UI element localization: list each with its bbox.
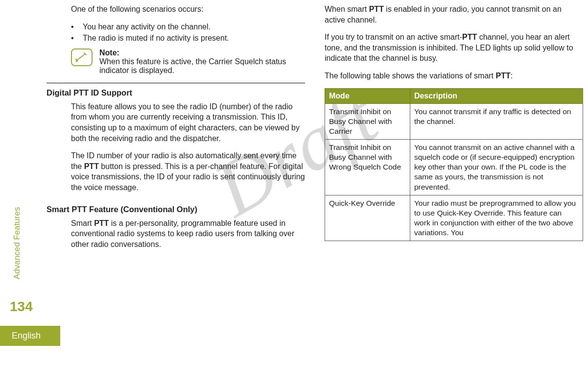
digital-ptt-heading: Digital PTT ID Support xyxy=(47,83,305,98)
bullet-item: • The radio is muted if no activity is p… xyxy=(71,33,305,44)
table-row: Transmit Inhibit on Busy Channel with Wr… xyxy=(325,139,583,195)
smart-ptt-heading: Smart PTT Feature (Conventional Only) xyxy=(47,200,305,214)
bullet-marker: • xyxy=(71,33,76,44)
table-header-description: Description xyxy=(410,88,583,103)
digital-ptt-paragraph-1: This feature allows you to see the radio… xyxy=(71,101,305,144)
ptt-bold: PTT xyxy=(94,219,109,227)
right-paragraph-1: When smart PTT is enabled in your radio,… xyxy=(325,4,583,25)
table-cell-desc: You cannot transmit on an active channel… xyxy=(410,139,583,195)
section-label: Advanced Features xyxy=(12,207,22,279)
table-header-mode: Mode xyxy=(325,88,410,103)
left-column: One of the following scenarios occurs: •… xyxy=(47,0,305,256)
table-cell-desc: Your radio must be preprogrammed to allo… xyxy=(410,195,583,241)
page-content: One of the following scenarios occurs: •… xyxy=(47,0,583,256)
digital-ptt-paragraph-2: The ID number of your radio is also auto… xyxy=(71,150,305,193)
smart-ptt-paragraph: Smart PTT is a per-personality, programm… xyxy=(71,218,305,250)
smart-ptt-table: Mode Description Transmit Inhibit on Bus… xyxy=(325,88,583,242)
text-fragment: The following table shows the variations… xyxy=(325,72,496,80)
language-badge: English xyxy=(0,326,60,346)
bullet-item: • You hear any activity on the channel. xyxy=(71,22,305,32)
table-cell-mode: Transmit Inhibit on Busy Channel with Wr… xyxy=(325,139,410,195)
note-icon xyxy=(71,49,93,66)
text-fragment: Smart xyxy=(71,219,94,227)
bullet-text: You hear any activity on the channel. xyxy=(83,22,211,32)
bullet-marker: • xyxy=(71,22,76,32)
table-row: Quick-Key Override Your radio must be pr… xyxy=(325,195,583,241)
text-fragment: When smart xyxy=(325,5,369,13)
table-cell-desc: You cannot transmit if any traffic is de… xyxy=(410,103,583,139)
right-column: When smart PTT is enabled in your radio,… xyxy=(325,0,583,256)
right-paragraph-2: If you try to transmit on an active smar… xyxy=(325,32,583,64)
ptt-bold: PTT xyxy=(462,33,477,41)
text-fragment: : xyxy=(511,72,513,80)
table-row: Transmit Inhibit on Busy Channel with Ca… xyxy=(325,103,583,139)
ptt-bold: PTT xyxy=(496,72,511,80)
note-callout: Note: When this feature is active, the C… xyxy=(71,49,305,75)
note-label: Note: xyxy=(99,49,119,57)
page-number: 134 xyxy=(10,299,33,315)
text-fragment: If you try to transmit on an active smar… xyxy=(325,33,462,41)
scenario-intro: One of the following scenarios occurs: xyxy=(71,4,305,15)
note-body: When this feature is active, the Carrier… xyxy=(99,57,286,74)
text-fragment: button is pressed. This is a per-channel… xyxy=(71,162,305,192)
bullet-text: The radio is muted if no activity is pre… xyxy=(83,33,229,44)
table-cell-mode: Transmit Inhibit on Busy Channel with Ca… xyxy=(325,103,410,139)
right-paragraph-3: The following table shows the variations… xyxy=(325,71,583,81)
note-text: Note: When this feature is active, the C… xyxy=(99,49,305,75)
left-sidebar: Advanced Features 134 English xyxy=(0,0,34,366)
ptt-bold: PTT xyxy=(369,5,384,13)
table-header-row: Mode Description xyxy=(325,88,583,103)
ptt-bold: PTT xyxy=(84,162,99,171)
table-cell-mode: Quick-Key Override xyxy=(325,195,410,241)
